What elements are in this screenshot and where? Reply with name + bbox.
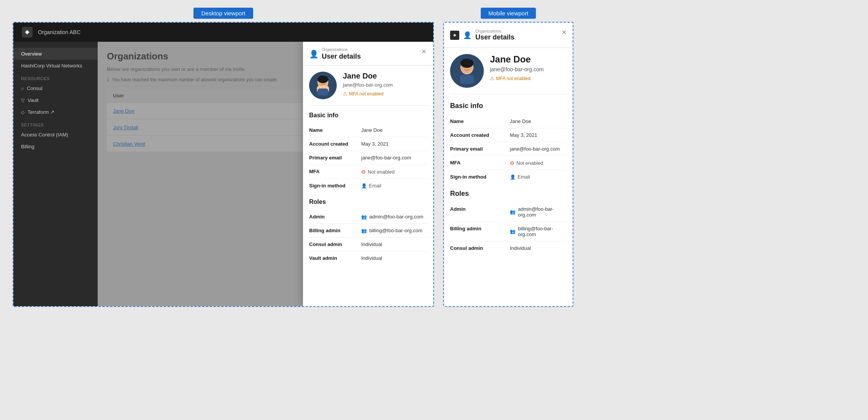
mobile-role-label-billing: Billing admin bbox=[450, 226, 504, 237]
info-row-mfa: MFA ⊖ Not enabled bbox=[309, 165, 427, 179]
person-icon: 👤 bbox=[361, 183, 367, 189]
info-row-created: Account created May 3, 2021 bbox=[309, 137, 427, 151]
mobile-basic-info-section: Basic info Name Jane Doe Account created… bbox=[450, 102, 567, 184]
svg-rect-16 bbox=[460, 75, 474, 84]
mobile-mfa-badge: ⚠ MFA not enabled bbox=[490, 75, 531, 81]
mobile-user-name: Jane Doe bbox=[490, 54, 544, 65]
role-label-billing: Billing admin bbox=[309, 228, 355, 233]
mobile-modal: 👤 Organizations User details ✕ bbox=[444, 23, 573, 306]
avatar bbox=[309, 72, 337, 99]
role-label-admin: Admin bbox=[309, 214, 355, 220]
mobile-modal-title: User details bbox=[475, 33, 514, 41]
mobile-modal-header: 👤 Organizations User details ✕ bbox=[444, 23, 573, 48]
mobile-close-button[interactable]: ✕ bbox=[562, 29, 567, 36]
mobile-mfa-disabled-icon: ⊖ bbox=[510, 160, 514, 166]
mobile-info-row-email: Primary email jane@foo-bar-org.com bbox=[450, 142, 567, 156]
role-value-vault: Individual bbox=[361, 255, 382, 261]
modal-title: User details bbox=[322, 52, 417, 61]
mobile-user-profile-header: Jane Doe jane@foo-bar-org.com ⚠ MFA not … bbox=[450, 54, 567, 94]
sidebar-item-overview[interactable]: Overview bbox=[13, 48, 98, 60]
modal-header-text: Organizations User details bbox=[322, 47, 417, 61]
info-label-signin: Sign-in method bbox=[309, 183, 355, 189]
modal-overlay: 👤 Organizations User details ✕ bbox=[98, 42, 433, 306]
mobile-frame: 👤 Organizations User details ✕ bbox=[443, 22, 573, 307]
mobile-role-label-consul: Consul admin bbox=[450, 245, 504, 251]
info-row-name: Name Jane Doe bbox=[309, 123, 427, 137]
svg-point-8 bbox=[324, 81, 326, 83]
role-label-vault: Vault admin bbox=[309, 255, 355, 261]
info-row-email: Primary email jane@foo-bar-org.com bbox=[309, 151, 427, 165]
mobile-modal-header-text: Organizations User details bbox=[475, 29, 514, 41]
mobile-app-logo bbox=[450, 31, 459, 40]
terraform-icon: ◇ bbox=[21, 110, 25, 115]
sidebar-item-consul[interactable]: ○Consul bbox=[13, 82, 98, 94]
mobile-info-value-email: jane@foo-bar-org.com bbox=[510, 146, 567, 152]
roles-section: Roles Admin 👥 admin@foo-bar-org.com bbox=[309, 199, 427, 265]
info-label-name: Name bbox=[309, 127, 355, 133]
user-profile-header: Jane Doe jane@foo-bar-org.com ⚠ MFA not … bbox=[309, 72, 427, 106]
mobile-info-label-created: Account created bbox=[450, 132, 504, 138]
mobile-user-email: jane@foo-bar-org.com bbox=[490, 66, 544, 72]
desktop-viewport-wrapper: Desktop viewport Organization ABC bbox=[13, 8, 434, 307]
mobile-warning-icon: ⚠ bbox=[490, 75, 495, 81]
sidebar-item-iam[interactable]: Access Control (IAM) bbox=[13, 129, 98, 141]
mobile-info-row-signin: Sign-in method 👤 Email bbox=[450, 170, 567, 184]
info-row-signin: Sign-in method 👤 Email bbox=[309, 179, 427, 192]
mobile-avatar bbox=[450, 54, 484, 88]
mobile-info-label-signin: Sign-in method bbox=[450, 174, 504, 180]
info-value-signin: 👤 Email bbox=[361, 183, 427, 189]
user-profile-info: Jane Doe jane@foo-bar-org.com ⚠ MFA not … bbox=[343, 72, 427, 97]
mobile-viewport-wrapper: Mobile viewport 👤 Organizations User det… bbox=[443, 8, 573, 307]
modal-body: Jane Doe jane@foo-bar-org.com ⚠ MFA not … bbox=[303, 66, 433, 306]
mobile-info-label-email: Primary email bbox=[450, 146, 504, 152]
user-name: Jane Doe bbox=[343, 72, 427, 80]
modal-panel: 👤 Organizations User details ✕ bbox=[303, 42, 433, 306]
sidebar-section-settings: Settings bbox=[13, 118, 98, 129]
app-logo bbox=[21, 26, 33, 38]
desktop-label: Desktop viewport bbox=[193, 8, 253, 19]
sidebar-item-billing[interactable]: Billing bbox=[13, 141, 98, 153]
role-label-consul: Consul admin bbox=[309, 241, 355, 247]
warning-triangle-icon: ⚠ bbox=[343, 91, 347, 97]
app-header: Organization ABC bbox=[13, 23, 433, 42]
mobile-user-profile-info: Jane Doe jane@foo-bar-org.com ⚠ MFA not … bbox=[490, 54, 544, 82]
svg-point-1 bbox=[26, 31, 28, 33]
mobile-mfa-text: MFA not enabled bbox=[496, 76, 531, 81]
info-label-email: Primary email bbox=[309, 155, 355, 161]
svg-point-7 bbox=[320, 81, 322, 83]
mfa-badge-text: MFA not enabled bbox=[349, 91, 383, 97]
sidebar-item-vault[interactable]: ▽Vault bbox=[13, 94, 98, 106]
sidebar-item-terraform[interactable]: ◇Terraform ↗ bbox=[13, 106, 98, 118]
org-icon-billing: 👥 bbox=[361, 228, 367, 233]
role-value-billing: 👥 billing@foo-bar-org.com bbox=[361, 228, 423, 233]
info-value-email: jane@foo-bar-org.com bbox=[361, 155, 427, 161]
modal-close-button[interactable]: ✕ bbox=[421, 47, 427, 56]
mobile-info-row-created: Account created May 3, 2021 bbox=[450, 128, 567, 142]
roles-title: Roles bbox=[309, 199, 427, 205]
svg-rect-9 bbox=[318, 89, 328, 95]
mobile-info-value-mfa: ⊖ Not enabled bbox=[510, 160, 567, 166]
org-icon: 👥 bbox=[361, 214, 367, 220]
mfa-disabled-icon: ⊖ bbox=[361, 169, 366, 175]
modal-header: 👤 Organizations User details ✕ bbox=[303, 42, 433, 66]
mobile-roles-title: Roles bbox=[450, 190, 567, 198]
mobile-org-icon: 👥 bbox=[510, 209, 516, 215]
vault-icon: ▽ bbox=[21, 98, 25, 103]
roles-row-admin: Admin 👥 admin@foo-bar-org.com bbox=[309, 210, 427, 224]
mobile-roles-row-billing: Billing admin 👥 billing@foo-bar-org.com bbox=[450, 222, 567, 241]
mobile-modal-breadcrumb: Organizations bbox=[475, 29, 514, 33]
role-value-admin: 👥 admin@foo-bar-org.com bbox=[361, 214, 423, 220]
basic-info-title: Basic info bbox=[309, 112, 427, 119]
roles-row-consul: Consul admin Individual bbox=[309, 238, 427, 251]
mobile-label: Mobile viewport bbox=[481, 8, 536, 19]
info-value-name: Jane Doe bbox=[361, 127, 427, 133]
desktop-frame: Organization ABC Overview HashiCorp Virt… bbox=[13, 22, 434, 307]
user-email: jane@foo-bar-org.com bbox=[343, 82, 427, 88]
mobile-role-value-billing: 👥 billing@foo-bar-org.com bbox=[510, 226, 567, 237]
modal-user-avatar-icon: 👤 bbox=[309, 49, 319, 59]
sidebar-item-hvn[interactable]: HashiCorp Virtual Networks bbox=[13, 60, 98, 72]
svg-point-14 bbox=[464, 65, 466, 67]
sidebar-section-resources: Resources bbox=[13, 72, 98, 82]
mobile-modal-body: Jane Doe jane@foo-bar-org.com ⚠ MFA not … bbox=[444, 48, 573, 306]
app-body: Overview HashiCorp Virtual Networks Reso… bbox=[13, 42, 433, 306]
